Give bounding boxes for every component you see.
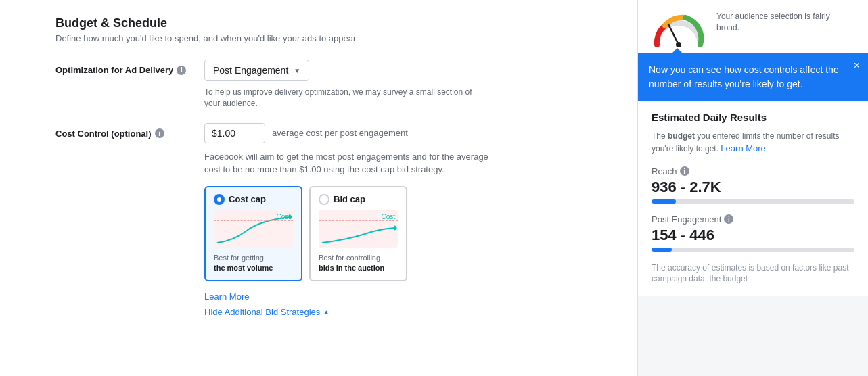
cost-cap-card[interactable]: Cost cap Cost Best for getting — [204, 186, 302, 282]
cost-description: Facebook will aim to get the most post e… — [204, 150, 502, 177]
estimated-results: Estimated Daily Results The budget you e… — [638, 101, 868, 296]
chevron-up-icon: ▲ — [323, 308, 329, 316]
estimated-footer: The accuracy of estimates is based on fa… — [652, 262, 854, 285]
main-content: Budget & Schedule Define how much you'd … — [35, 0, 638, 376]
cost-control-label: Cost Control (optional) i — [55, 123, 204, 139]
right-panel: Your audience selection is fairly broad.… — [638, 0, 868, 376]
optimization-info-icon[interactable]: i — [177, 66, 186, 75]
sidebar — [0, 0, 35, 376]
bid-cards: Cost cap Cost Best for getting — [204, 186, 617, 282]
gauge-chart — [652, 11, 706, 45]
bid-cap-header: Bid cap — [319, 194, 398, 205]
reach-info-icon[interactable]: i — [680, 166, 689, 176]
cost-cap-radio — [214, 194, 225, 205]
svg-line-6 — [668, 24, 679, 45]
reach-value: 936 - 2.7K — [652, 179, 854, 196]
reach-metric: Reach i 936 - 2.7K — [652, 166, 854, 204]
cost-cap-badge: Cost — [276, 213, 290, 220]
bid-cap-badge: Cost — [381, 213, 395, 220]
cost-input[interactable] — [204, 123, 265, 143]
reach-progress — [652, 199, 854, 204]
post-engagement-value: 154 - 446 — [652, 227, 854, 244]
cost-cap-chart: Cost — [214, 210, 293, 248]
cost-cap-header: Cost cap — [214, 194, 293, 205]
audience-preview: Your audience selection is fairly broad. — [638, 0, 868, 53]
cost-control-row: Cost Control (optional) i average cost p… — [55, 123, 617, 318]
estimated-description: The budget you entered limits the number… — [652, 130, 854, 156]
optimization-helper: To help us improve delivery optimization… — [204, 87, 475, 110]
post-engagement-progress — [652, 248, 854, 252]
bid-cap-radio — [319, 194, 329, 205]
estimated-title: Estimated Daily Results — [652, 112, 854, 123]
cost-cap-dashed-line — [214, 220, 293, 221]
tooltip-close-button[interactable]: × — [854, 60, 860, 71]
post-engagement-metric: Post Engagement i 154 - 446 — [652, 214, 854, 252]
post-engagement-info-icon[interactable]: i — [724, 214, 733, 224]
learn-more-link[interactable]: Learn More — [204, 291, 249, 302]
cost-control-info-icon[interactable]: i — [155, 128, 164, 138]
bid-cap-footer: Best for controlling bids in the auction — [319, 253, 398, 274]
bid-cap-dashed-line — [319, 220, 398, 221]
audience-text: Your audience selection is fairly broad. — [716, 11, 854, 34]
cost-cap-footer: Best for getting the most volume — [214, 253, 293, 274]
tooltip-bubble: Now you can see how cost controls affect… — [638, 53, 868, 101]
dropdown-arrow-icon: ▼ — [294, 67, 300, 74]
gauge-svg — [652, 11, 706, 48]
post-engagement-progress-fill — [652, 248, 672, 252]
hide-strategies-link[interactable]: Hide Additional Bid Strategies ▲ — [204, 307, 617, 317]
cost-input-suffix: average cost per post engagement — [272, 128, 408, 138]
estimated-learn-more[interactable]: Learn More — [721, 143, 765, 154]
optimization-control: Post Engagement ▼ To help us improve del… — [204, 60, 617, 110]
optimization-row: Optimization for Ad Delivery i Post Enga… — [55, 60, 617, 110]
bid-cap-card[interactable]: Bid cap Cost Best for controlling — [309, 186, 407, 282]
section-subtitle: Define how much you'd like to spend, and… — [55, 33, 617, 43]
cost-control-content: average cost per post engagement Faceboo… — [204, 123, 617, 318]
optimization-label: Optimization for Ad Delivery i — [55, 60, 204, 75]
svg-point-7 — [676, 42, 681, 47]
optimization-dropdown[interactable]: Post Engagement ▼ — [204, 60, 309, 81]
section-title: Budget & Schedule — [55, 16, 617, 30]
reach-progress-fill — [652, 199, 676, 204]
bid-cap-chart: Cost — [319, 210, 398, 248]
cost-input-row: average cost per post engagement — [204, 123, 617, 143]
